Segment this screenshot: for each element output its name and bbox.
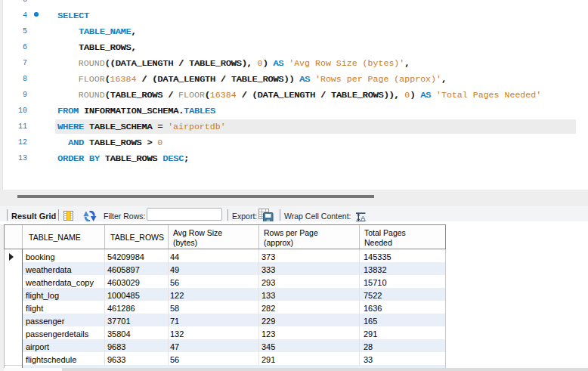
svg-text:A: A xyxy=(361,213,366,221)
